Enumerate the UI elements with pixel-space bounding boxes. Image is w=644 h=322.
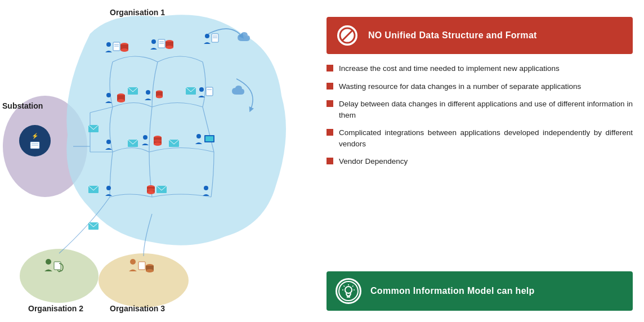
svg-point-54: [204, 186, 208, 190]
svg-point-29: [106, 93, 111, 97]
no-unified-text: NO Unified Data Structure and Format: [368, 30, 537, 41]
lightbulb-icon: [336, 278, 361, 304]
cim-text: Common Information Model can help: [370, 286, 535, 296]
bullet-text: Vendor Dependency: [339, 156, 408, 167]
bullet-text: Complicated integrations between applica…: [339, 127, 633, 149]
bullet-icon: [327, 158, 333, 164]
svg-point-62: [130, 259, 136, 265]
svg-point-37: [199, 87, 204, 92]
bullet-text: Delay between data changes in different …: [339, 99, 633, 120]
svg-point-45: [154, 140, 162, 142]
svg-rect-19: [158, 39, 165, 48]
problems-list: Increase the cost and time needed to imp…: [327, 63, 633, 262]
svg-rect-61: [54, 262, 61, 270]
svg-point-1: [20, 249, 99, 303]
svg-point-44: [154, 142, 162, 146]
diagram-panel: ⚡ Organisation 1 Organisation 2 Organisa…: [0, 0, 315, 322]
svg-rect-63: [138, 262, 145, 270]
svg-text:⚡: ⚡: [32, 132, 39, 140]
svg-point-60: [46, 259, 51, 265]
list-item: Wasting resource for data changes in a n…: [327, 81, 633, 92]
org2-label: Organisation 2: [28, 304, 83, 313]
substation-label: Substation: [2, 101, 43, 110]
svg-point-41: [143, 135, 147, 140]
svg-point-55: [19, 125, 51, 156]
bullet-text: Increase the cost and time needed to imp…: [339, 63, 560, 74]
svg-point-2: [99, 253, 189, 307]
svg-point-24: [166, 46, 173, 49]
svg-point-40: [106, 140, 111, 144]
svg-rect-12: [113, 42, 120, 51]
list-item: Complicated integrations between applica…: [327, 127, 633, 149]
bullet-icon: [327, 65, 333, 71]
cim-banner: Common Information Model can help: [327, 271, 633, 311]
svg-point-18: [151, 39, 156, 44]
right-panel: NO Unified Data Structure and Format Inc…: [315, 0, 644, 322]
svg-rect-26: [212, 34, 218, 42]
svg-point-66: [146, 269, 154, 272]
svg-line-68: [342, 30, 352, 41]
svg-point-36: [156, 96, 163, 99]
list-item: Increase the cost and time needed to imp…: [327, 63, 633, 74]
org1-label: Organisation 1: [110, 8, 165, 17]
svg-point-52: [147, 191, 155, 194]
svg-point-17: [120, 48, 128, 52]
svg-point-11: [106, 42, 111, 47]
svg-point-49: [106, 186, 111, 190]
no-unified-banner: NO Unified Data Structure and Format: [327, 17, 633, 54]
svg-point-25: [205, 34, 209, 38]
svg-rect-48: [205, 136, 213, 141]
svg-point-33: [146, 90, 150, 95]
bullet-icon: [327, 100, 333, 107]
bullet-icon: [327, 83, 333, 90]
org3-label: Organisation 3: [110, 304, 165, 313]
svg-point-70: [345, 287, 352, 293]
list-item: Vendor Dependency: [327, 156, 633, 167]
svg-point-46: [196, 134, 201, 138]
svg-line-74: [344, 286, 345, 287]
svg-point-53: [147, 189, 155, 191]
bullet-icon: [327, 129, 333, 136]
list-item: Delay between data changes in different …: [327, 99, 633, 120]
bullet-text: Wasting resource for data changes in a n…: [339, 81, 581, 92]
svg-line-75: [352, 286, 354, 287]
svg-point-32: [117, 99, 125, 102]
no-sign-icon: [336, 24, 359, 47]
svg-rect-38: [206, 87, 213, 96]
